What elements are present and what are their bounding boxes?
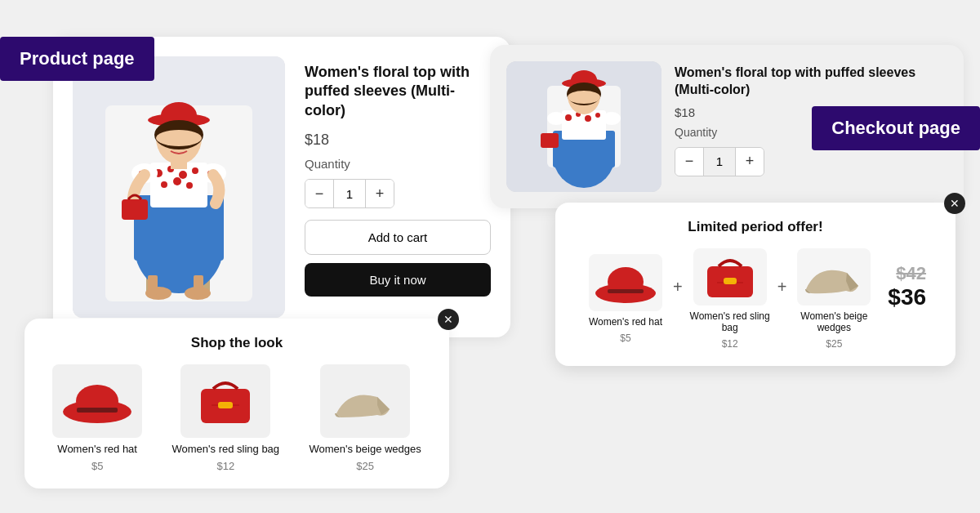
plus-separator-2: + [777,278,787,297]
shop-the-look-card: ✕ Shop the look Women's red hat $5 [24,319,449,488]
checkout-quantity-increase-button[interactable]: + [736,148,764,176]
shop-the-look-close-button[interactable]: ✕ [438,309,459,330]
checkout-quantity-value: 1 [703,148,736,176]
limited-offer-card: ✕ Limited period offer! Women's red hat … [555,203,956,366]
svg-point-11 [192,167,198,174]
svg-point-14 [186,182,193,189]
svg-point-46 [547,112,565,125]
svg-rect-31 [194,275,203,295]
offer-product-wedges: Women's beige wedges $25 [793,248,875,350]
stl-bag-price: $12 [216,460,234,472]
svg-point-27 [156,130,202,146]
product-price: $18 [305,132,491,149]
stl-wedges-image [320,364,410,438]
quantity-decrease-button[interactable]: − [305,180,333,207]
checkout-product-image [506,61,662,192]
checkout-quantity-decrease-button[interactable]: − [675,148,703,176]
offer-bag-price: $12 [722,338,738,350]
svg-point-52 [568,91,600,104]
svg-rect-34 [77,408,118,413]
stl-hat-image [52,364,142,438]
svg-rect-29 [148,275,158,295]
stl-bag-image [180,364,270,438]
stl-hat-name: Women's red hat [57,443,137,455]
stl-wedges-name: Women's beige wedges [309,443,421,455]
plus-separator-1: + [673,278,683,297]
checkout-quantity-control: − 1 + [675,147,764,176]
stl-product-bag: Women's red sling bag $12 [172,364,279,472]
stl-wedges-price: $25 [356,460,374,472]
svg-point-12 [161,181,167,188]
svg-rect-56 [608,289,644,293]
product-page-badge: Product page [0,37,154,81]
offer-title: Limited period offer! [575,219,936,235]
offer-original-price: $42 [896,263,926,284]
svg-rect-36 [218,402,233,408]
product-title: Women's floral top with puffed sleeves (… [305,63,491,120]
stl-bag-name: Women's red sling bag [172,443,279,455]
svg-point-13 [173,177,181,185]
svg-rect-21 [171,161,187,169]
offer-wedges-image [797,248,871,306]
quantity-value: 1 [333,180,366,207]
svg-point-44 [585,115,591,122]
offer-bag-name: Women's red sling bag [689,310,771,333]
quantity-increase-button[interactable]: + [366,180,394,207]
product-page-card: Women's floral top with puffed sleeves (… [53,37,510,337]
shop-the-look-products: Women's red hat $5 Women's red sling bag… [44,364,430,472]
stl-hat-price: $5 [91,460,103,472]
offer-hat-price: $5 [620,332,630,344]
svg-point-45 [595,113,600,118]
svg-rect-58 [724,278,737,284]
stl-product-hat: Women's red hat $5 [52,364,142,472]
quantity-control: − 1 + [305,179,394,208]
checkout-product-title: Women's floral top with puffed sleeves (… [675,65,947,99]
offer-close-button[interactable]: ✕ [944,193,965,214]
buy-now-button[interactable]: Buy it now [305,263,491,297]
stl-product-wedges: Women's beige wedges $25 [309,364,421,472]
svg-point-10 [179,171,187,179]
shop-the-look-title: Shop the look [44,335,430,351]
quantity-label: Quantity [305,157,491,171]
offer-wedges-price: $25 [826,338,842,350]
offer-hat-name: Women's red hat [589,316,662,328]
offer-bag-image [693,248,767,306]
add-to-cart-button[interactable]: Add to cart [305,220,491,255]
product-main-image [73,56,285,318]
svg-point-47 [603,112,621,125]
checkout-page-badge: Checkout page [812,106,980,150]
offer-product-bag: Women's red sling bag $12 [689,248,771,350]
offer-products-row: Women's red hat $5 + Women's red sling b… [575,248,936,350]
offer-hat-image [589,254,662,311]
svg-point-42 [565,114,572,121]
offer-wedges-name: Women's beige wedges [793,310,875,333]
svg-rect-53 [541,133,559,148]
offer-total: $42 $36 [888,263,926,310]
product-details: Women's floral top with puffed sleeves (… [305,56,491,318]
svg-rect-19 [122,199,148,220]
offer-discounted-price: $36 [888,284,926,310]
offer-product-hat: Women's red hat $5 [585,254,666,344]
